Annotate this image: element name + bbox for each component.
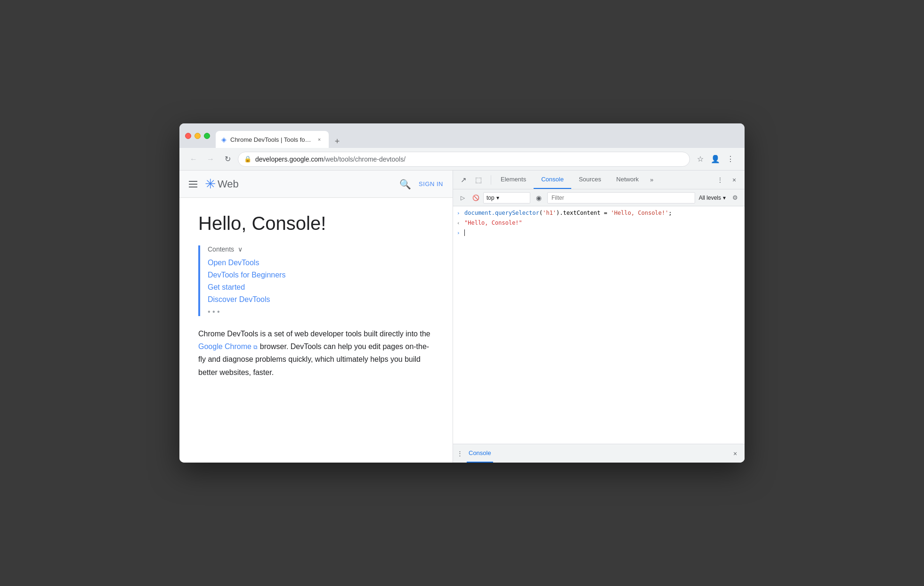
- console-code-semi: ;: [669, 210, 672, 216]
- menu-icon: ⋮: [727, 155, 734, 163]
- eye-icon: ◉: [536, 194, 542, 202]
- forward-button[interactable]: →: [204, 153, 217, 166]
- profile-icon: 👤: [711, 155, 720, 163]
- sign-in-button[interactable]: SIGN IN: [419, 180, 443, 187]
- console-code-paren2: ).textContent =: [556, 210, 611, 216]
- search-button[interactable]: 🔍: [399, 179, 411, 190]
- more-tabs-button[interactable]: »: [646, 171, 657, 189]
- context-selector[interactable]: top ▾: [483, 192, 530, 203]
- page-content: ✳ Web 🔍 SIGN IN Hello, Console! Contents…: [179, 171, 453, 463]
- address-bar[interactable]: 🔒 developers.google.com/web/tools/chrome…: [238, 152, 690, 167]
- browser-window: ◈ Chrome DevTools | Tools for W × + ← → …: [179, 123, 745, 463]
- console-settings-button[interactable]: ⚙: [729, 192, 741, 203]
- device-toolbar-button[interactable]: ⬚: [472, 173, 485, 187]
- reload-icon: ↻: [225, 155, 231, 163]
- log-levels-button[interactable]: All levels ▾: [697, 194, 728, 202]
- console-cursor: [464, 229, 465, 236]
- google-chrome-link[interactable]: Google Chrome ⧉: [198, 342, 258, 350]
- traffic-lights: [185, 133, 210, 139]
- contents-header: Contents ∨: [208, 245, 434, 253]
- console-input-line[interactable]: ›: [453, 228, 745, 237]
- navigation-toolbar: ← → ↻ 🔒 developers.google.com/web/tools/…: [179, 148, 745, 171]
- eye-button[interactable]: ◉: [532, 191, 545, 204]
- context-label: top: [486, 195, 494, 201]
- clear-console-button[interactable]: 🚫: [470, 192, 481, 203]
- tab-console[interactable]: Console: [534, 171, 571, 189]
- tab-elements[interactable]: Elements: [493, 171, 534, 189]
- header-right-actions: 🔍 SIGN IN: [399, 179, 443, 190]
- lock-icon: 🔒: [244, 155, 251, 163]
- clear-icon: 🚫: [472, 195, 479, 201]
- contents-item-3[interactable]: Discover DevTools: [208, 295, 434, 304]
- tab-elements-label: Elements: [501, 176, 526, 183]
- reload-button[interactable]: ↻: [221, 153, 234, 166]
- console-output-2: "Hello, Console!": [464, 220, 741, 226]
- console-code-1: document.querySelector('h1').textContent…: [464, 210, 741, 216]
- more-tabs-icon: »: [650, 176, 653, 183]
- page-paragraph: Chrome DevTools is a set of web develope…: [198, 327, 434, 379]
- contents-item-0[interactable]: Open DevTools: [208, 259, 434, 267]
- inspect-element-button[interactable]: ↗: [457, 173, 470, 187]
- all-levels-label: All levels: [699, 195, 721, 201]
- tabs-area: ◈ Chrome DevTools | Tools for W × +: [216, 123, 739, 148]
- new-tab-button[interactable]: +: [331, 135, 344, 148]
- link-text: Google Chrome: [198, 342, 251, 350]
- content-area: ✳ Web 🔍 SIGN IN Hello, Console! Contents…: [179, 171, 745, 463]
- devtools-tabs-toolbar: ↗ ⬚ Elements Console Sources: [453, 171, 745, 189]
- devtools-drawer: ⋮ Console ×: [453, 444, 745, 463]
- console-code-value: 'Hello, Console!': [611, 210, 669, 216]
- drawer-tab-label: Console: [469, 449, 491, 456]
- hamburger-line-2: [189, 184, 197, 185]
- back-button[interactable]: ←: [187, 153, 200, 166]
- maximize-button[interactable]: [204, 133, 210, 139]
- minimize-button[interactable]: [195, 133, 201, 139]
- tab-close-button[interactable]: ×: [316, 136, 323, 143]
- settings-icon: ⚙: [732, 194, 738, 201]
- contents-item-1[interactable]: DevTools for Beginners: [208, 271, 434, 279]
- page-body: Hello, Console! Contents ∨ Open DevTools…: [179, 198, 453, 463]
- console-code-string: 'h1': [543, 210, 556, 216]
- tab-network-label: Network: [616, 176, 639, 183]
- page-heading: Hello, Console!: [198, 213, 434, 234]
- chrome-menu-button[interactable]: ⋮: [724, 153, 737, 166]
- console-code-method: document.querySelector: [464, 210, 539, 216]
- url-suffix: /web/tools/chrome-devtools/: [324, 155, 405, 163]
- console-line-2: ‹ "Hello, Console!": [453, 218, 745, 228]
- tab-network[interactable]: Network: [609, 171, 647, 189]
- drawer-console-tab[interactable]: Console: [467, 444, 493, 463]
- filter-input[interactable]: [547, 192, 695, 203]
- run-script-button[interactable]: ▷: [457, 192, 468, 203]
- console-toolbar: ▷ 🚫 top ▾ ◉ All levels ▾ ⚙: [453, 189, 745, 206]
- console-arrow-3: ›: [457, 230, 464, 236]
- devtools-left-icons: ↗ ⬚: [453, 173, 489, 187]
- contents-chevron-icon[interactable]: ∨: [238, 245, 243, 253]
- bookmark-button[interactable]: ☆: [694, 153, 707, 166]
- contents-list: Open DevTools DevTools for Beginners Get…: [208, 259, 434, 304]
- drawer-drag-icon[interactable]: ⋮: [457, 450, 463, 457]
- google-logo: ✳ Web: [205, 176, 239, 192]
- tab-console-label: Console: [541, 176, 564, 183]
- devtools-close-icon: ×: [732, 176, 736, 184]
- hamburger-button[interactable]: [189, 181, 197, 187]
- hamburger-line-1: [189, 181, 197, 182]
- url-prefix: developers.google.com: [255, 155, 324, 163]
- levels-arrow-icon: ▾: [723, 195, 726, 201]
- console-line-1: › document.querySelector('h1').textConte…: [453, 208, 745, 218]
- drawer-close-button[interactable]: ×: [729, 448, 741, 459]
- devtools-right-icons: ⋮ ×: [710, 173, 745, 187]
- context-arrow-icon: ▾: [496, 195, 499, 201]
- devtools-panel: ↗ ⬚ Elements Console Sources: [453, 171, 745, 463]
- close-button[interactable]: [185, 133, 191, 139]
- toolbar-actions: ☆ 👤 ⋮: [694, 153, 737, 166]
- active-tab[interactable]: ◈ Chrome DevTools | Tools for W ×: [216, 131, 329, 148]
- devtools-menu-button[interactable]: ⋮: [713, 173, 727, 187]
- url-text: developers.google.com/web/tools/chrome-d…: [255, 155, 684, 163]
- profile-button[interactable]: 👤: [709, 153, 722, 166]
- contents-ellipsis: • • •: [208, 308, 434, 316]
- tab-sources[interactable]: Sources: [571, 171, 609, 189]
- contents-item-2[interactable]: Get started: [208, 283, 434, 292]
- contents-section: Contents ∨ Open DevTools DevTools for Be…: [198, 245, 434, 316]
- console-arrow-2: ‹: [457, 220, 464, 226]
- devtools-close-button[interactable]: ×: [728, 173, 741, 187]
- google-web-label: Web: [218, 178, 239, 190]
